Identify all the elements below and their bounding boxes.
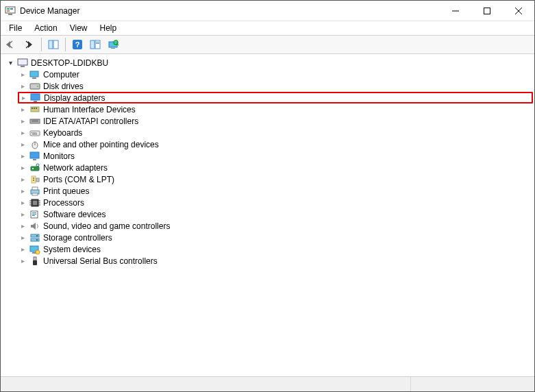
tree-item-usb[interactable]: Universal Serial Bus controllers [18, 255, 533, 267]
menu-view[interactable]: View [64, 22, 93, 34]
tree-root-label: DESKTOP-LDIDKBU [31, 58, 108, 68]
window-title: Device Manager [20, 6, 79, 16]
expand-arrow-icon[interactable] [18, 129, 27, 137]
tree-item-display[interactable]: Display adapters [18, 92, 533, 103]
tree-item-monitor[interactable]: Monitors [18, 150, 533, 162]
toolbar-properties-button[interactable] [87, 37, 103, 52]
toolbar-scan-button[interactable] [105, 37, 121, 52]
svg-rect-45 [33, 159, 36, 160]
expand-arrow-icon[interactable] [18, 82, 27, 90]
svg-rect-31 [34, 108, 35, 109]
tree-item-label: Universal Serial Bus controllers [43, 256, 158, 266]
expand-arrow-icon[interactable] [18, 199, 27, 207]
expand-arrow-icon[interactable] [6, 59, 14, 67]
svg-rect-70 [36, 235, 38, 236]
tree-item-label: IDE ATA/ATAPI controllers [43, 117, 138, 126]
svg-point-51 [33, 180, 34, 181]
tree-item-sound[interactable]: Sound, video and game controllers [18, 220, 533, 232]
tree-item-label: Display adapters [44, 93, 105, 103]
expand-arrow-icon[interactable] [18, 140, 27, 149]
expand-arrow-icon[interactable] [18, 222, 27, 230]
tree-item-ports[interactable]: Ports (COM & LPT) [18, 173, 533, 185]
svg-point-74 [36, 250, 40, 254]
svg-rect-21 [18, 59, 27, 65]
expand-arrow-icon[interactable] [18, 257, 27, 265]
svg-rect-47 [32, 168, 34, 169]
expand-arrow-icon[interactable] [18, 245, 27, 254]
disk-icon [29, 81, 40, 92]
tree-item-hid[interactable]: Human Interface Devices [18, 103, 533, 115]
tree-item-network[interactable]: Network adapters [18, 162, 533, 173]
statusbar [1, 376, 534, 391]
svg-rect-30 [32, 108, 33, 109]
toolbar-separator [41, 38, 42, 51]
svg-rect-16 [96, 43, 99, 44]
expand-arrow-icon[interactable] [18, 152, 27, 160]
svg-text:?: ? [75, 40, 80, 49]
titlebar: Device Manager [1, 1, 534, 21]
close-button[interactable] [503, 1, 534, 21]
menu-help[interactable]: Help [95, 22, 123, 34]
expand-arrow-icon[interactable] [18, 187, 27, 195]
svg-rect-65 [32, 212, 36, 213]
toolbar-back-button[interactable] [3, 37, 20, 52]
svg-rect-44 [30, 152, 39, 158]
toolbar-showhide-button[interactable] [45, 37, 62, 52]
svg-rect-57 [33, 201, 37, 205]
svg-rect-15 [96, 42, 99, 42]
minimize-button[interactable] [440, 1, 471, 21]
app-icon [5, 5, 16, 16]
computer-root-icon [17, 58, 28, 69]
svg-rect-40 [36, 132, 36, 133]
sound-icon [29, 221, 40, 232]
svg-rect-68 [31, 234, 39, 237]
expand-arrow-icon[interactable] [18, 175, 27, 184]
expand-arrow-icon[interactable] [19, 94, 27, 102]
toolbar-forward-button[interactable] [21, 37, 38, 52]
tree-item-disk[interactable]: Disk drives [18, 80, 533, 92]
expand-arrow-icon[interactable] [18, 234, 27, 242]
svg-rect-1 [8, 14, 12, 15]
tree-item-label: Processors [43, 198, 84, 208]
expand-arrow-icon[interactable] [18, 117, 27, 125]
tree-root[interactable]: DESKTOP-LDIDKBU [6, 57, 533, 69]
device-tree[interactable]: DESKTOP-LDIDKBU ComputerDisk drivesDispl… [1, 54, 534, 376]
tree-item-printer[interactable]: Print queues [18, 185, 533, 197]
monitor-icon [29, 151, 40, 162]
svg-rect-66 [32, 214, 36, 215]
svg-rect-46 [31, 167, 39, 171]
menu-action[interactable]: Action [29, 22, 62, 34]
printer-icon [29, 186, 40, 197]
tree-item-computer[interactable]: Computer [18, 69, 533, 80]
tree-item-label: Computer [43, 70, 79, 79]
menubar: File Action View Help [1, 21, 534, 35]
tree-item-label: Human Interface Devices [43, 105, 136, 114]
tree-item-storage[interactable]: Storage controllers [18, 232, 533, 243]
keyboard-icon [29, 127, 40, 138]
svg-rect-27 [31, 94, 40, 100]
tree-item-keyboard[interactable]: Keyboards [18, 127, 533, 138]
tree-item-software[interactable]: Software devices [18, 208, 533, 220]
svg-rect-24 [32, 77, 36, 79]
menu-file[interactable]: File [3, 22, 27, 34]
expand-arrow-icon[interactable] [18, 210, 27, 219]
tree-item-cpu[interactable]: Processors [18, 197, 533, 208]
system-icon [29, 244, 40, 255]
tree-item-label: Print queues [43, 186, 89, 196]
svg-rect-52 [36, 178, 39, 182]
toolbar-separator [65, 38, 66, 51]
maximize-button[interactable] [471, 1, 503, 21]
toolbar-help-button[interactable]: ? [69, 37, 86, 52]
svg-rect-2 [7, 8, 10, 10]
expand-arrow-icon[interactable] [18, 164, 27, 172]
svg-rect-37 [32, 132, 32, 133]
hid-icon [29, 104, 40, 115]
svg-rect-3 [10, 8, 13, 10]
tree-item-mouse[interactable]: Mice and other pointing devices [18, 138, 533, 150]
tree-item-ide[interactable]: IDE ATA/ATAPI controllers [18, 115, 533, 127]
svg-rect-67 [32, 215, 35, 216]
tree-item-system[interactable]: System devices [18, 243, 533, 255]
expand-arrow-icon[interactable] [18, 71, 27, 79]
expand-arrow-icon[interactable] [18, 106, 27, 114]
ide-icon [29, 116, 40, 127]
